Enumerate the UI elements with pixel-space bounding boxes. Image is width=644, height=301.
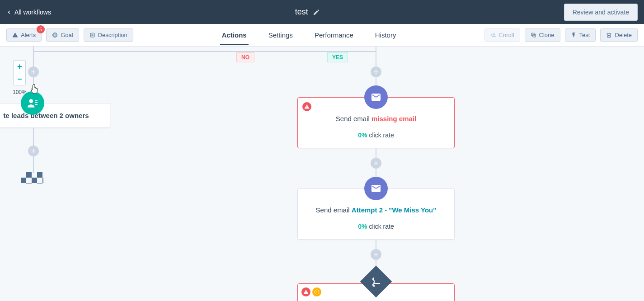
rotate-leads-card[interactable]: te leads between 2 owners bbox=[0, 103, 110, 128]
connector-line bbox=[376, 47, 376, 301]
enroll-label: Enroll bbox=[499, 32, 514, 38]
connector-line bbox=[300, 51, 376, 52]
chevron-left-icon bbox=[6, 9, 12, 15]
trash-icon bbox=[606, 32, 612, 38]
test-label: Test bbox=[579, 32, 590, 38]
contact-icon bbox=[21, 91, 44, 115]
card-stat: 0% click rate bbox=[305, 132, 447, 139]
svg-point-8 bbox=[29, 99, 33, 103]
error-badge-icon bbox=[302, 102, 311, 111]
enroll-button[interactable]: Enroll bbox=[484, 28, 520, 42]
svg-rect-10 bbox=[35, 102, 37, 103]
delete-label: Delete bbox=[615, 32, 632, 38]
decision-yes-label: YES bbox=[327, 52, 348, 62]
tab-actions[interactable]: Actions bbox=[220, 25, 249, 45]
card-title: Send email missing email bbox=[305, 115, 447, 122]
tab-performance[interactable]: Performance bbox=[313, 25, 355, 45]
send-email-card-error[interactable]: Send email missing email 0% click rate bbox=[297, 97, 455, 148]
alerts-count-badge: 5 bbox=[37, 25, 45, 33]
zoom-out-button[interactable]: − bbox=[13, 73, 26, 85]
rotate-leads-text: te leads between 2 owners bbox=[0, 112, 103, 119]
svg-point-2 bbox=[55, 35, 55, 35]
connector-line bbox=[33, 51, 300, 52]
error-badge-icon bbox=[301, 287, 310, 296]
delete-button[interactable]: Delete bbox=[600, 28, 638, 42]
svg-rect-9 bbox=[35, 100, 37, 101]
add-action-button[interactable] bbox=[371, 249, 381, 260]
tab-settings[interactable]: Settings bbox=[267, 25, 295, 45]
add-action-button[interactable] bbox=[28, 66, 39, 77]
card-stat: 0% click rate bbox=[305, 223, 447, 230]
target-icon bbox=[52, 32, 58, 38]
description-label: Description bbox=[98, 32, 127, 38]
all-workflows-label: All workflows bbox=[14, 9, 51, 16]
svg-rect-13 bbox=[317, 291, 317, 292]
send-email-card[interactable]: Send email Attempt 2 - "We Miss You" 0% … bbox=[297, 188, 455, 240]
clone-icon bbox=[531, 32, 536, 38]
review-activate-button[interactable]: Review and activate bbox=[564, 4, 638, 21]
goal-button[interactable]: Goal bbox=[46, 28, 79, 42]
add-action-button[interactable] bbox=[28, 146, 39, 156]
test-button[interactable]: Test bbox=[565, 28, 596, 42]
svg-rect-14 bbox=[317, 293, 317, 293]
card-title: Send email Attempt 2 - "We Miss You" bbox=[305, 206, 447, 214]
workflow-title: test bbox=[295, 7, 308, 17]
clone-label: Clone bbox=[539, 32, 555, 38]
description-button[interactable]: Description bbox=[84, 28, 133, 42]
warning-badge-icon bbox=[312, 287, 321, 296]
branch-end-marker bbox=[21, 172, 43, 183]
email-icon bbox=[364, 85, 388, 109]
alert-icon bbox=[12, 32, 18, 38]
goal-label: Goal bbox=[61, 32, 73, 38]
workflow-canvas[interactable]: + − 100% NO te leads between 2 owners YE… bbox=[0, 47, 644, 301]
email-icon bbox=[364, 177, 388, 200]
add-action-button[interactable] bbox=[371, 158, 381, 169]
enroll-icon bbox=[490, 32, 496, 38]
decision-no-label: NO bbox=[236, 52, 254, 62]
alerts-button[interactable]: Alerts 5 bbox=[6, 28, 42, 42]
add-action-button[interactable] bbox=[371, 66, 381, 77]
clone-button[interactable]: Clone bbox=[525, 28, 560, 42]
edit-title-icon[interactable] bbox=[313, 9, 320, 16]
bolt-icon bbox=[571, 32, 577, 38]
description-icon bbox=[89, 32, 95, 38]
alerts-label: Alerts bbox=[21, 32, 36, 38]
zoom-in-button[interactable]: + bbox=[13, 60, 26, 73]
all-workflows-link[interactable]: All workflows bbox=[6, 9, 51, 16]
svg-rect-11 bbox=[35, 104, 37, 105]
tab-history[interactable]: History bbox=[373, 25, 398, 45]
